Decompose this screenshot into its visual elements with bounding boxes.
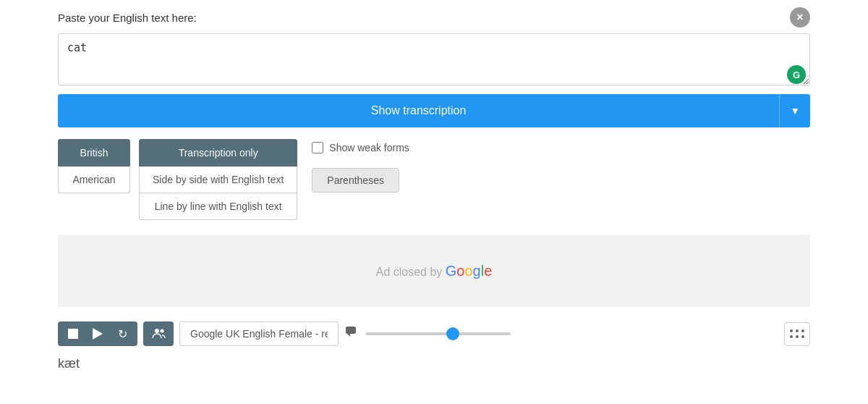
player-row: ↻: [58, 321, 810, 346]
svg-point-7: [790, 335, 793, 338]
svg-point-0: [155, 329, 159, 333]
right-options-column: Show weak forms Parentheses: [306, 139, 409, 193]
dots-icon: [789, 329, 805, 339]
paste-label: Paste your English text here:: [58, 12, 197, 24]
english-text-input[interactable]: [58, 33, 810, 85]
british-button[interactable]: British: [58, 139, 130, 167]
volume-slider[interactable]: [366, 332, 778, 335]
google-logo: Google: [446, 263, 493, 279]
parentheses-row: Parentheses: [312, 165, 409, 193]
weak-forms-row: Show weak forms: [312, 142, 409, 153]
show-weak-forms-label: Show weak forms: [329, 142, 409, 153]
player-controls: ↻: [58, 321, 137, 346]
dialect-column: British American: [58, 139, 130, 193]
show-transcription-button[interactable]: Show transcription: [58, 94, 779, 127]
voice-selector-input[interactable]: [179, 321, 339, 346]
people-icon: [150, 326, 166, 342]
options-row: British American Transcription only Side…: [58, 139, 810, 220]
transcription-dropdown-button[interactable]: ▼: [779, 94, 810, 127]
more-options-button[interactable]: [784, 322, 810, 346]
svg-point-9: [801, 335, 804, 338]
volume-thumb[interactable]: [446, 327, 459, 340]
line-by-line-button[interactable]: Line by line with English text: [139, 193, 297, 220]
parentheses-button[interactable]: Parentheses: [312, 168, 399, 193]
ad-closed-text: Ad closed by Google: [376, 263, 493, 279]
volume-fill: [366, 332, 453, 335]
ad-section: Ad closed by Google: [58, 235, 810, 307]
svg-point-4: [790, 329, 793, 332]
stop-icon: [68, 329, 78, 339]
speech-bubble-left-button[interactable]: [344, 324, 360, 344]
svg-point-5: [796, 329, 799, 332]
american-button[interactable]: American: [58, 167, 130, 193]
refresh-button[interactable]: ↻: [114, 326, 130, 342]
side-by-side-button[interactable]: Side by side with English text: [139, 167, 297, 193]
refresh-icon: ↻: [118, 327, 127, 341]
stop-button[interactable]: [65, 326, 81, 342]
grammarly-icon: G: [787, 65, 806, 84]
volume-track[interactable]: [366, 332, 511, 335]
play-icon: [93, 328, 103, 340]
svg-point-8: [796, 335, 799, 338]
svg-point-6: [801, 329, 804, 332]
svg-marker-3: [347, 334, 350, 337]
transcription-only-button[interactable]: Transcription only: [139, 139, 297, 167]
show-weak-forms-checkbox[interactable]: [312, 142, 323, 153]
svg-rect-2: [346, 327, 356, 334]
display-mode-column: Transcription only Side by side with Eng…: [139, 139, 297, 220]
close-button[interactable]: ×: [790, 7, 810, 28]
svg-point-1: [161, 329, 164, 333]
play-button[interactable]: [90, 326, 106, 342]
speech-icon: [344, 324, 360, 340]
transcription-result: kæt: [58, 353, 810, 374]
textarea-wrapper: G: [58, 33, 810, 88]
people-button[interactable]: [143, 321, 174, 346]
transcription-btn-row: Show transcription ▼: [58, 94, 810, 127]
